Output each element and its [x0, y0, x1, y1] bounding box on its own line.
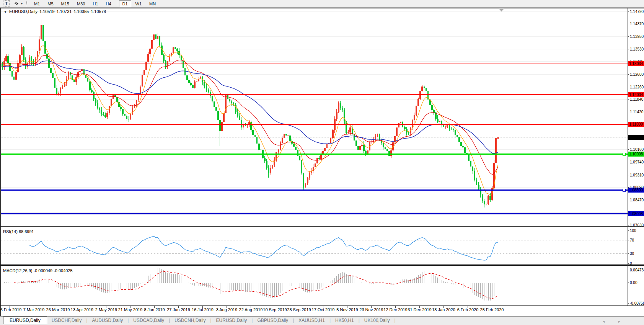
timeframe-button-m30[interactable]: M30	[73, 0, 88, 7]
svg-text:1.12260: 1.12260	[630, 85, 644, 89]
cursor-style-icon	[13, 1, 20, 6]
macd-indicator-label: MACD(12,26,9) -0.000049 -0.004025	[3, 268, 73, 273]
toolbar-grip	[26, 1, 27, 6]
tab-usdcad-daily[interactable]: USDCAD,Daily	[129, 317, 169, 324]
svg-text:0: 0	[630, 261, 632, 266]
svg-text:1.10578: 1.10578	[629, 135, 643, 139]
svg-text:1.08800: 1.08800	[629, 188, 643, 192]
support-resistance-lines[interactable]	[1, 64, 628, 214]
candles-layer	[2, 20, 499, 207]
svg-text:1.13034: 1.13034	[629, 62, 643, 66]
rsi-line	[29, 236, 498, 260]
svg-text:30: 30	[630, 252, 634, 256]
price-axis[interactable]: 1.147901.143701.139501.135301.131101.126…	[628, 10, 644, 227]
macd-signal-line	[14, 271, 498, 298]
timeframe-button-m1[interactable]: M1	[31, 0, 43, 7]
chart-title: ▼EURUSD,Daily1.105191.107311.103551.1057…	[4, 9, 106, 14]
timeframe-button-mn[interactable]: MN	[146, 0, 159, 7]
rsi-panel: 10070300	[1, 229, 636, 266]
svg-text:0.00: 0.00	[630, 281, 637, 285]
tab-xauusd-h1[interactable]: XAUUSD,H1	[294, 317, 329, 324]
tab-separator: |	[395, 317, 396, 323]
tab-scroll-left-icon[interactable]: ◂	[603, 319, 618, 323]
svg-text:-0.007584: -0.007584	[630, 301, 644, 305]
timeframe-button-d1[interactable]: D1	[119, 0, 131, 7]
chevron-down-icon: ▾	[21, 2, 23, 5]
svg-text:1.11420: 1.11420	[630, 110, 644, 114]
date-label: 25 Feb 2020	[474, 307, 510, 312]
svg-text:1.10008: 1.10008	[629, 152, 643, 156]
cursor-style-button[interactable]: ▾	[13, 1, 23, 6]
timeframe-button-m15[interactable]: M15	[58, 0, 73, 7]
tab-uk100-daily[interactable]: UK100,Daily	[360, 317, 395, 324]
chart-symbol-period: EURUSD,Daily	[9, 9, 37, 14]
timeframe-button-h4[interactable]: H4	[102, 0, 114, 7]
svg-text:70: 70	[630, 238, 634, 242]
svg-text:1.12680: 1.12680	[630, 72, 644, 77]
chart-plot-area[interactable]: 1.147901.143701.139501.135301.131101.126…	[0, 0, 644, 325]
svg-text:0.004738: 0.004738	[630, 268, 644, 272]
svg-text:1.08470: 1.08470	[630, 198, 644, 202]
svg-text:1.07630: 1.07630	[630, 223, 644, 227]
tab-scroll-arrows: ◂▸	[603, 319, 634, 323]
toolbar: T ▾ M1M5M15M30H1H4D1W1MN	[0, 0, 644, 8]
timeframe-button-group: M1M5M15M30H1H4D1W1MN	[30, 0, 160, 7]
timeframe-button-w1[interactable]: W1	[132, 0, 145, 7]
svg-text:1.14790: 1.14790	[630, 10, 644, 14]
svg-text:1.09740: 1.09740	[630, 160, 644, 164]
tab-audusd-daily[interactable]: AUDUSD,Daily	[88, 317, 128, 324]
chart-tab-bar: EURUSD,DailyUSDCHF,Daily|AUDUSD,Daily|US…	[0, 316, 644, 325]
rsi-indicator-label: RSI(14) 68.6991	[3, 229, 34, 234]
ohlc-high: 1.10731	[57, 9, 72, 14]
ohlc-open: 1.10519	[39, 9, 55, 14]
svg-text:1.08008: 1.08008	[629, 212, 643, 216]
moving-average-lines	[2, 46, 498, 196]
date-axis[interactable]: 16 Feb 20197 Mar 201926 Mar 201913 Apr 2…	[0, 307, 628, 314]
text-tool-button[interactable]: T	[3, 0, 10, 7]
toolbar-separator	[117, 1, 117, 7]
tab-hk50-h1[interactable]: HK50,H1	[331, 317, 359, 324]
tab-usdchf-daily[interactable]: USDCHF,Daily	[47, 317, 86, 324]
svg-text:1.11009: 1.11009	[629, 122, 643, 126]
svg-text:1.09310: 1.09310	[630, 173, 644, 177]
svg-text:1.10160: 1.10160	[630, 147, 644, 152]
tab-usdcnh-daily[interactable]: USDCNH,Daily	[170, 317, 210, 324]
svg-text:1.13530: 1.13530	[630, 47, 644, 51]
chart-shift-marker[interactable]	[499, 9, 504, 11]
tab-gbpusd-daily[interactable]: GBPUSD,Daily	[253, 317, 293, 324]
tab-scroll-right-icon[interactable]: ▸	[618, 319, 634, 323]
macd-panel: 0.0047380.00-0.007584	[2, 268, 644, 305]
svg-text:1.11840: 1.11840	[630, 97, 644, 101]
tab-eurusd-daily[interactable]: EURUSD,Daily	[3, 316, 47, 324]
timeframe-button-m5[interactable]: M5	[44, 0, 57, 7]
ohlc-low: 1.10355	[73, 9, 89, 14]
ohlc-close: 1.10578	[91, 9, 106, 14]
svg-text:1.12004: 1.12004	[629, 93, 643, 97]
svg-text:1.14370: 1.14370	[630, 22, 644, 26]
price-grid	[1, 11, 628, 225]
timeframe-button-h1[interactable]: H1	[89, 0, 101, 7]
symbol-dropdown-icon[interactable]: ▼	[4, 10, 7, 14]
tab-eurusd-daily[interactable]: EURUSD,Daily	[212, 317, 252, 324]
tab-list: EURUSD,DailyUSDCHF,Daily|AUDUSD,Daily|US…	[0, 317, 396, 324]
svg-text:1.13950: 1.13950	[630, 34, 644, 39]
svg-text:100: 100	[630, 229, 636, 233]
